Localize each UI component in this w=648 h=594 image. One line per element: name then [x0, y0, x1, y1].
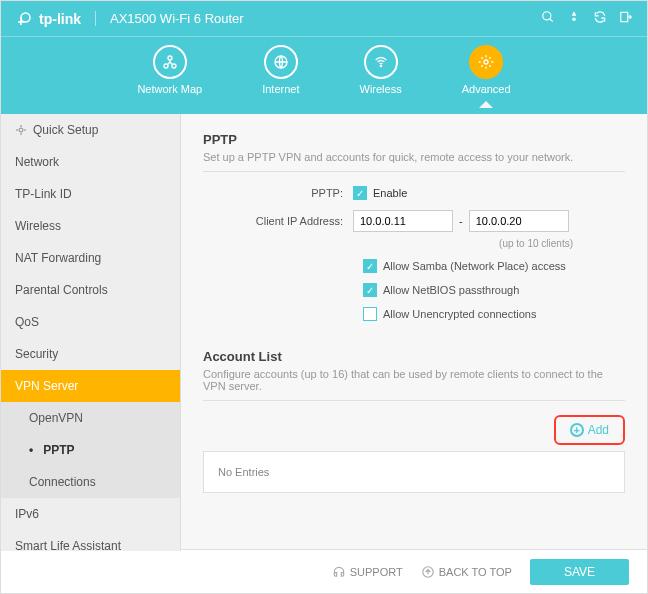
arrow-up-icon — [421, 565, 435, 579]
network-map-icon — [162, 54, 178, 70]
sidebar-wireless[interactable]: Wireless — [1, 210, 180, 242]
nav-advanced[interactable]: Advanced — [462, 45, 511, 95]
back-to-top[interactable]: BACK TO TOP — [421, 565, 512, 579]
sidebar-network[interactable]: Network — [1, 146, 180, 178]
enable-text: Enable — [373, 187, 407, 199]
led-icon[interactable] — [567, 10, 581, 27]
label-client-ip: Client IP Address: — [203, 215, 353, 227]
gear-icon — [15, 124, 27, 136]
save-button[interactable]: SAVE — [530, 559, 629, 585]
plus-icon: + — [570, 423, 584, 437]
sidebar-qos[interactable]: QoS — [1, 306, 180, 338]
globe-icon — [273, 54, 289, 70]
label-unencrypted: Allow Unencrypted connections — [383, 308, 536, 320]
tplink-icon — [15, 10, 33, 28]
sidebar-connections[interactable]: Connections — [1, 466, 180, 498]
wifi-icon — [373, 54, 389, 70]
svg-point-4 — [168, 56, 172, 60]
sidebar-smart-life[interactable]: Smart Life Assistant — [1, 530, 180, 551]
sidebar-openvpn[interactable]: OpenVPN — [1, 402, 180, 434]
pptp-title: PPTP — [203, 132, 625, 147]
nav-wireless[interactable]: Wireless — [360, 45, 402, 95]
product-name: AX1500 Wi-Fi 6 Router — [95, 11, 244, 26]
ip-hint: (up to 10 clients) — [363, 238, 573, 249]
sidebar-vpn-server[interactable]: VPN Server — [1, 370, 180, 402]
brand-logo: tp-link — [15, 10, 81, 28]
input-ip-start[interactable] — [353, 210, 453, 232]
checkbox-unencrypted[interactable] — [363, 307, 377, 321]
sidebar-security[interactable]: Security — [1, 338, 180, 370]
nav-network-map[interactable]: Network Map — [137, 45, 202, 95]
sidebar-parental[interactable]: Parental Controls — [1, 274, 180, 306]
sidebar: Quick Setup Network TP-Link ID Wireless … — [1, 114, 181, 551]
svg-point-1 — [543, 12, 551, 20]
checkbox-netbios[interactable]: ✓ — [363, 283, 377, 297]
account-list-title: Account List — [203, 349, 625, 364]
svg-point-10 — [19, 128, 23, 132]
sidebar-ipv6[interactable]: IPv6 — [1, 498, 180, 530]
svg-point-0 — [21, 13, 30, 22]
svg-point-9 — [484, 60, 488, 64]
svg-rect-3 — [621, 12, 628, 21]
pptp-desc: Set up a PPTP VPN and accounts for quick… — [203, 151, 625, 172]
checkbox-enable[interactable]: ✓ — [353, 186, 367, 200]
account-table-empty: No Entries — [203, 451, 625, 493]
add-button[interactable]: + Add — [562, 419, 617, 441]
content: PPTP Set up a PPTP VPN and accounts for … — [181, 114, 647, 551]
checkbox-samba[interactable]: ✓ — [363, 259, 377, 273]
logout-icon[interactable] — [619, 10, 633, 27]
sidebar-pptp[interactable]: PPTP — [1, 434, 180, 466]
label-pptp: PPTP: — [203, 187, 353, 199]
search-icon[interactable] — [541, 10, 555, 27]
input-ip-end[interactable] — [469, 210, 569, 232]
label-netbios: Allow NetBIOS passthrough — [383, 284, 519, 296]
sidebar-tplink-id[interactable]: TP-Link ID — [1, 178, 180, 210]
reboot-icon[interactable] — [593, 10, 607, 27]
label-samba: Allow Samba (Network Place) access — [383, 260, 566, 272]
svg-point-8 — [380, 65, 381, 66]
sidebar-quick-setup[interactable]: Quick Setup — [1, 114, 180, 146]
gear-icon — [478, 54, 494, 70]
svg-point-2 — [572, 18, 576, 21]
nav-internet[interactable]: Internet — [262, 45, 299, 95]
account-list-desc: Configure accounts (up to 16) that can b… — [203, 368, 625, 401]
support-link[interactable]: SUPPORT — [332, 565, 403, 579]
sidebar-nat[interactable]: NAT Forwarding — [1, 242, 180, 274]
headset-icon — [332, 565, 346, 579]
